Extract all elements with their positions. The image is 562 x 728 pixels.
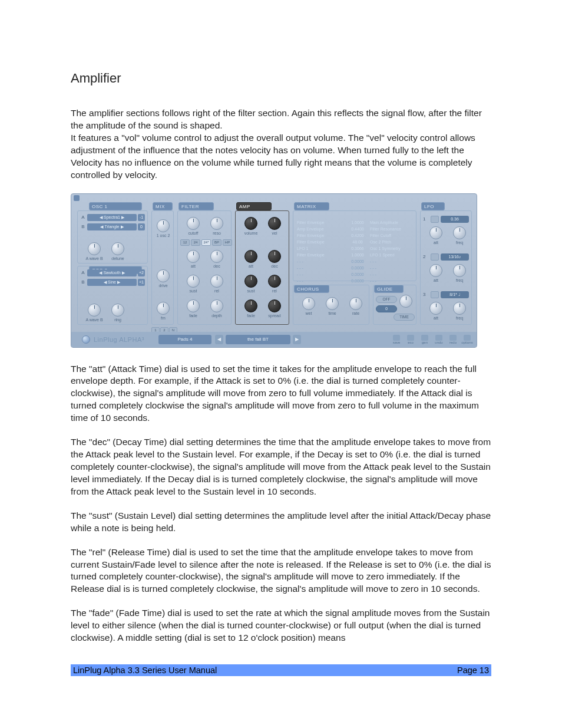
amp-vel-knob[interactable] [268, 217, 281, 230]
osc1-b-label: B [80, 224, 86, 229]
matrix-row[interactable]: Filter Envelope48.00Osc 2 Pitch [297, 240, 412, 246]
osc2-a-oct[interactable]: +2 [138, 269, 145, 276]
matrix-row[interactable]: Filter Envelope0.4200Filter Cutoff [297, 233, 412, 240]
osc2-b-label: B [80, 279, 86, 285]
glide-time-button[interactable]: TIME [394, 314, 415, 321]
filter-bp-button[interactable]: BP [212, 239, 222, 246]
amp-fade-knob[interactable] [244, 299, 257, 312]
filter-sust-knob[interactable] [187, 275, 200, 288]
osc1-section: A ◀ Spectra1 ▶ -1 B ◀ Triangle ▶ 0 A wav… [77, 210, 148, 263]
chorus-section: wet time rate [293, 285, 369, 325]
osc2-b-wave[interactable]: ◀ Sine ▶ [87, 279, 137, 286]
matrix-row[interactable]: - - -0.0000- - - [297, 259, 412, 266]
preset-prev-button[interactable]: ◀ [215, 335, 223, 344]
gen-button[interactable]: gen [420, 335, 429, 344]
osc1-a-label: A [80, 215, 86, 220]
amp-header: AMP [236, 202, 272, 210]
filter-section: cutoff reso 12 24 24* BP HP att dec [177, 210, 232, 325]
intro-para-b: It features a "vol" volume control to ad… [71, 132, 491, 182]
dec-para: The "dec" (Decay Time) dial setting dete… [71, 436, 491, 498]
chorus-wet-knob[interactable] [302, 297, 315, 310]
amp-dec-knob[interactable] [268, 250, 281, 263]
glide-value[interactable]: 0 [376, 305, 397, 312]
fade-para: The "fade" (Fade Time) dial is used to s… [71, 607, 491, 644]
amp-volume-knob[interactable] [244, 217, 257, 230]
lfo-rate-field[interactable]: 13/16♪ [441, 253, 469, 261]
page-number: Page 13 [457, 666, 489, 675]
lfo-att-knob[interactable] [429, 226, 442, 239]
filter-24s-button[interactable]: 24* [201, 239, 211, 246]
filter-24-button[interactable]: 24 [191, 239, 200, 246]
preset-next-button[interactable]: ▶ [293, 335, 301, 344]
lfo-att-knob[interactable] [429, 302, 442, 315]
preset-group[interactable]: Pads 4 [158, 335, 211, 344]
window-corner-icon [74, 195, 80, 201]
osc2-a-label: A [80, 270, 86, 275]
amp-spread-knob[interactable] [268, 299, 281, 312]
amp-rel-knob[interactable] [268, 275, 281, 288]
lfo-att-knob[interactable] [429, 264, 442, 277]
filter-depth-knob[interactable] [210, 299, 223, 312]
lfo-freq-knob[interactable] [453, 226, 466, 239]
preset-name[interactable]: the fall BT [226, 335, 290, 344]
matrix-header: MATRIX [294, 202, 329, 210]
osc1-b-wave[interactable]: ◀ Triangle ▶ [87, 223, 137, 230]
osc1-header: OSC 1 [89, 202, 142, 210]
filter-cutoff-knob[interactable] [187, 217, 200, 230]
lfo-shape-button[interactable] [431, 216, 439, 223]
matrix-row[interactable]: - - -0.0000- - - [297, 272, 412, 279]
mix-drive-knob[interactable] [157, 269, 170, 282]
filter-fade-knob[interactable] [187, 299, 200, 312]
filter-hp-button[interactable]: HP [223, 239, 232, 246]
options-button[interactable]: options [462, 335, 472, 344]
osc2-ring-knob[interactable] [111, 304, 124, 317]
matrix-row[interactable]: - - -0.0000- - - [297, 266, 412, 272]
osc1-a-wave[interactable]: ◀ Spectra1 ▶ [87, 214, 137, 221]
filter-att-knob[interactable] [187, 250, 200, 263]
synth-screenshot: OSC 1 OSC 2 MIX FILTER AMP MATRIX CHORUS… [71, 193, 477, 348]
osc1-wave-knob[interactable] [88, 242, 101, 255]
osc1-detune-knob[interactable] [111, 242, 124, 255]
lfo-row: 213/16♪ [423, 253, 469, 261]
eco-button[interactable]: eco [406, 335, 415, 344]
osc2-b-oct[interactable]: +1 [138, 279, 145, 286]
redo-button[interactable]: redo [448, 335, 458, 344]
chorus-rate-knob[interactable] [349, 297, 362, 310]
lfo-shape-button[interactable] [431, 291, 439, 298]
filter-reso-knob[interactable] [210, 217, 223, 230]
osc2-a-wave[interactable]: ◀ Sawtooth ▶ [87, 269, 137, 276]
chorus-time-knob[interactable] [326, 297, 339, 310]
osc1-b-oct[interactable]: 0 [138, 223, 145, 230]
matrix-row[interactable]: Filter Envelope1.0000LFO 1 Speed [297, 253, 412, 259]
osc2-wave-knob[interactable] [88, 304, 101, 317]
matrix-row[interactable]: - - -0.0000- - - [297, 279, 412, 285]
sust-para: The "sust" (Sustain Level) dial setting … [71, 510, 491, 535]
mix-fm-knob[interactable] [157, 302, 170, 315]
manual-title: LinPlug Alpha 3.3 Series User Manual [73, 666, 217, 675]
lfo-rate-field[interactable]: 0.36 [441, 216, 469, 223]
osc2-section: A ◀ Sawtooth ▶ +2 B ◀ Sine ▶ +1 A wave B… [77, 266, 148, 325]
rel-para: The "rel" (Release Time) dial is used to… [71, 546, 491, 596]
synth-footer: LinPlug ALPHA³ Pads 4 ◀ the fall BT ▶ sa… [71, 332, 477, 347]
filter-12-button[interactable]: 12 [180, 239, 190, 246]
filter-rel-knob[interactable] [210, 275, 223, 288]
lfo-row: 38/1* ♩ [423, 291, 469, 298]
lfo-freq-knob[interactable] [453, 302, 466, 315]
matrix-row[interactable]: Filter Envelope1.0000Main Amplitude [297, 220, 412, 227]
glide-knob[interactable] [399, 295, 412, 308]
undo-button[interactable]: undo [434, 335, 444, 344]
mix-osc-knob[interactable] [157, 219, 170, 232]
amp-att-knob[interactable] [244, 250, 257, 263]
logo-icon [82, 335, 90, 344]
lfo-freq-knob[interactable] [453, 264, 466, 277]
lfo-header: LFO [421, 202, 445, 210]
matrix-row[interactable]: Amp Envelope0.4400Filter Resonance [297, 227, 412, 233]
glide-off-button[interactable]: OFF [376, 296, 397, 303]
lfo-shape-button[interactable] [431, 253, 439, 261]
save-button[interactable]: save [392, 335, 401, 344]
lfo-rate-field[interactable]: 8/1* ♩ [441, 291, 469, 298]
matrix-row[interactable]: LFO 10.3066Osc 1 Symmetry [297, 246, 412, 253]
amp-sust-knob[interactable] [244, 275, 257, 288]
filter-dec-knob[interactable] [210, 250, 223, 263]
osc1-a-oct[interactable]: -1 [138, 214, 145, 221]
